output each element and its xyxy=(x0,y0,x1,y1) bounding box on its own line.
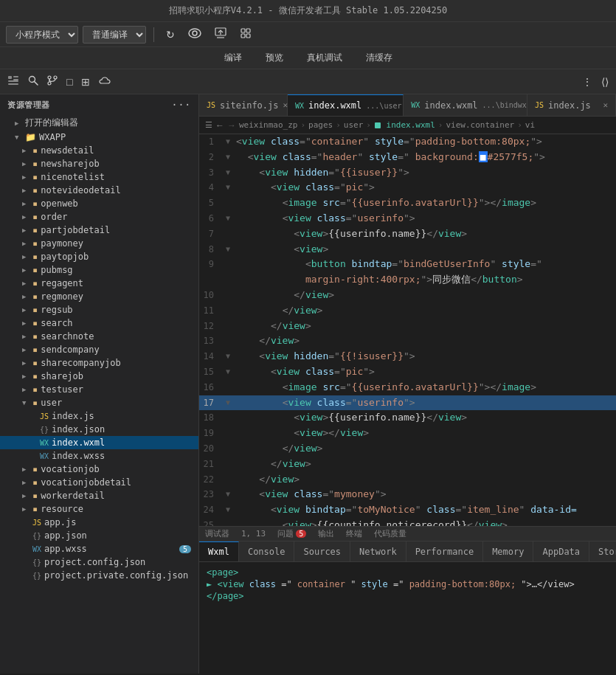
tab-index-wxml-bindwx[interactable]: WX index.wxml ...\bindwx ✕ xyxy=(404,94,527,116)
bottom-tab-sources[interactable]: Sources xyxy=(294,541,350,561)
sidebar-file-app-json[interactable]: {} app.json xyxy=(0,529,198,542)
more-dots-icon-btn[interactable]: ⋮ xyxy=(579,75,595,89)
code-line-21: 21 </view> xyxy=(199,457,616,472)
preview-button[interactable] xyxy=(184,26,206,43)
breadcrumb-back[interactable]: ← xyxy=(215,120,224,131)
index-js-tab-close[interactable]: ✕ xyxy=(603,100,608,110)
code-quality-label[interactable]: 代码质量 xyxy=(374,528,406,539)
sub-toolbar-real-debug[interactable]: 真机调试 xyxy=(302,50,347,66)
sub-toolbar-compile[interactable]: 编译 xyxy=(220,50,246,66)
line-arrow-9 xyxy=(226,257,236,258)
line-num-18: 18 xyxy=(199,410,226,425)
sidebar-file-index-js[interactable]: JS index.js xyxy=(0,409,198,423)
sub-toolbar-clear-cache[interactable]: 清缓存 xyxy=(361,50,397,66)
line-content-4: <view class="pic"> xyxy=(236,180,616,195)
tab-index-js[interactable]: JS index.js ✕ xyxy=(527,94,616,116)
code-editor[interactable]: 1 ▼ <view class="container" style="paddi… xyxy=(199,134,616,526)
sidebar-item-vocationjobdetail[interactable]: ▶ ▪ vocationjobdetail xyxy=(0,476,198,489)
resource-arrow: ▶ xyxy=(22,505,30,513)
git-icon-btn[interactable] xyxy=(44,74,60,89)
sidebar-item-paytopjob[interactable]: ▶ ▪ paytopjob xyxy=(0,250,198,263)
line-arrow-18 xyxy=(226,410,236,412)
sidebar-file-project-config[interactable]: {} project.config.json xyxy=(0,555,198,569)
sidebar-file-app-js[interactable]: JS app.js xyxy=(0,516,198,529)
bottom-view-style-close: ">…</view> xyxy=(521,579,574,589)
bottom-view-class-attr: class xyxy=(249,579,276,589)
open-editors-section[interactable]: ▶ 打开的编辑器 xyxy=(0,115,198,131)
output-label[interactable]: 输出 xyxy=(318,528,334,539)
bottom-tab-storage[interactable]: Storage xyxy=(589,541,616,561)
sidebar-item-vocationjob[interactable]: ▶ ▪ vocationjob xyxy=(0,463,198,476)
sidebar: 资源管理器 ··· ▶ 打开的编辑器 ▼ 📁 WXAPP ▶ ▪ newsdet… xyxy=(0,94,199,674)
bottom-view-arrow[interactable]: ► xyxy=(207,579,217,589)
sidebar-item-newsharejob[interactable]: ▶ ▪ newsharejob xyxy=(0,157,198,170)
mode-select[interactable]: 小程序模式 xyxy=(6,26,78,44)
upload-button[interactable] xyxy=(210,25,231,44)
sidebar-item-sharecompanyjob[interactable]: ▶ ▪ sharecompanyjob xyxy=(0,356,198,370)
sidebar-item-notevideodetail[interactable]: ▶ ▪ notevideodetail xyxy=(0,184,198,197)
sidebar-item-searchnote[interactable]: ▶ ▪ searchnote xyxy=(0,330,198,343)
index-wxml-icon: WX xyxy=(40,439,49,447)
layout-icon-btn[interactable]: □ xyxy=(63,75,75,89)
grid-icon-btn[interactable]: ⊞ xyxy=(78,75,93,89)
sidebar-file-index-wxss[interactable]: WX index.wxss xyxy=(0,449,198,463)
sidebar-item-pubmsg[interactable]: ▶ ▪ pubmsg xyxy=(0,263,198,277)
sidebar-item-order[interactable]: ▶ ▪ order xyxy=(0,210,198,224)
refresh-button[interactable]: ↻ xyxy=(162,27,179,43)
bottom-tab-wxml[interactable]: Wxml xyxy=(199,541,239,561)
bottom-tab-network[interactable]: Network xyxy=(350,541,406,561)
debugger-label[interactable]: 调试器 xyxy=(205,528,229,539)
more-button[interactable] xyxy=(235,25,256,44)
code-line-1: 1 ▼ <view class="container" style="paddi… xyxy=(199,134,616,150)
issues-text: 问题 xyxy=(277,528,294,539)
terminal-label[interactable]: 终端 xyxy=(346,528,362,539)
sidebar-item-regmoney[interactable]: ▶ ▪ regmoney xyxy=(0,290,198,303)
sidebar-file-app-wxss[interactable]: WX app.wxss 5 xyxy=(0,542,198,555)
code-line-22: 22 </view> xyxy=(199,472,616,488)
line-col-label[interactable]: 1, 13 xyxy=(241,529,266,539)
line-num-14: 14 xyxy=(199,349,226,364)
line-num-9b xyxy=(199,272,226,273)
compile-select[interactable]: 普通编译 xyxy=(83,26,146,44)
sidebar-item-newsdetail[interactable]: ▶ ▪ newsdetail xyxy=(0,144,198,157)
sidebar-item-nicenotelist[interactable]: ▶ ▪ nicenotelist xyxy=(0,170,198,184)
sub-toolbar-preview[interactable]: 预览 xyxy=(261,50,288,66)
sidebar-more-button[interactable]: ··· xyxy=(171,99,191,111)
nicenotelist-folder-icon: ▪ xyxy=(32,172,38,182)
breadcrumb-pages: pages xyxy=(308,120,333,130)
sidebar-item-workerdetail[interactable]: ▶ ▪ workerdetail xyxy=(0,489,198,502)
sidebar-file-project-private-config[interactable]: {} project.private.config.json xyxy=(0,569,198,582)
sidebar-item-sharejob[interactable]: ▶ ▪ sharejob xyxy=(0,370,198,383)
menu-icon-btn[interactable] xyxy=(4,74,22,89)
line-num-4: 4 xyxy=(199,180,226,195)
breadcrumb-forward[interactable]: → xyxy=(227,120,236,131)
sidebar-item-user[interactable]: ▼ ▪ user xyxy=(0,396,198,409)
line-content-5: <image src="{{userinfo.avatarUrl}}"></im… xyxy=(236,195,616,211)
issues-label[interactable]: 问题 5 xyxy=(277,528,306,539)
code-line-11: 11 </view> xyxy=(199,303,616,319)
sidebar-item-sendcompany[interactable]: ▶ ▪ sendcompany xyxy=(0,343,198,356)
search-icon-btn[interactable] xyxy=(25,74,41,89)
bottom-view-tag: <view xyxy=(217,579,249,589)
sidebar-item-paymoney[interactable]: ▶ ▪ paymoney xyxy=(0,237,198,250)
sidebar-item-search[interactable]: ▶ ▪ search xyxy=(0,316,198,330)
bottom-tab-memory[interactable]: Memory xyxy=(483,541,533,561)
sidebar-item-resource[interactable]: ▶ ▪ resource xyxy=(0,502,198,516)
svg-point-16 xyxy=(48,76,51,79)
cloud-icon-btn[interactable] xyxy=(96,75,114,89)
sidebar-item-partjobdetail[interactable]: ▶ ▪ partjobdetail xyxy=(0,224,198,237)
wxapp-section[interactable]: ▼ 📁 WXAPP xyxy=(0,131,198,144)
line-num-16: 16 xyxy=(199,380,226,395)
bottom-tab-performance[interactable]: Performance xyxy=(406,541,483,561)
sidebar-item-openweb[interactable]: ▶ ▪ openweb xyxy=(0,197,198,210)
sidebar-file-index-json[interactable]: {} index.json xyxy=(0,423,198,436)
tab-index-wxml-user[interactable]: WX index.wxml ...\user ✕ xyxy=(288,94,404,116)
tab-siteinfo-js[interactable]: JS siteinfo.js ✕ xyxy=(199,94,288,116)
bottom-tab-appdata[interactable]: AppData xyxy=(533,541,589,561)
bottom-tab-console[interactable]: Console xyxy=(239,541,295,561)
sidebar-item-regagent[interactable]: ▶ ▪ regagent xyxy=(0,277,198,290)
sidebar-item-regsub[interactable]: ▶ ▪ regsub xyxy=(0,303,198,316)
sidebar-item-testuser[interactable]: ▶ ▪ testuser xyxy=(0,383,198,396)
code-icon-btn[interactable]: ⟨⟩ xyxy=(598,75,612,89)
sidebar-file-index-wxml[interactable]: WX index.wxml xyxy=(0,436,198,449)
